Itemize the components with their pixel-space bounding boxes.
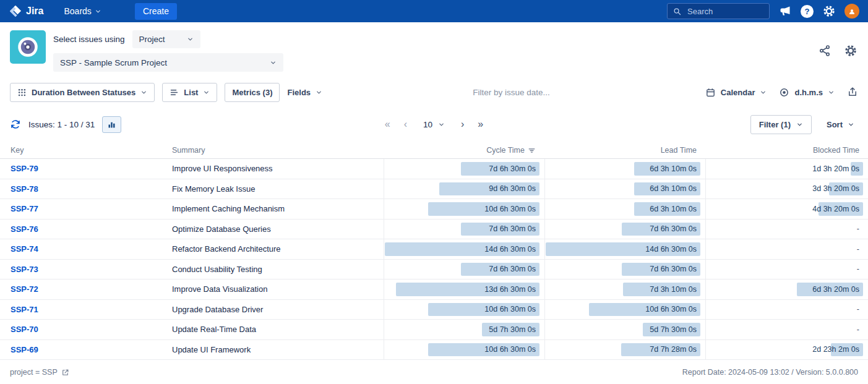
view-mode-dropdown[interactable]: List — [162, 83, 217, 102]
refresh-button[interactable] — [10, 119, 21, 130]
report-toolbar: Duration Between Statuses List Metrics (… — [0, 78, 868, 106]
issue-summary: Implement Caching Mechanism — [172, 199, 384, 219]
time-format-label: d.h.m.s — [794, 88, 823, 97]
search-icon — [672, 7, 682, 16]
column-filter-icon[interactable] — [528, 147, 536, 155]
metrics-button[interactable]: Metrics (3) — [225, 83, 280, 102]
duration-value: 10d 6h 30m 0s — [484, 345, 536, 354]
open-query-button[interactable] — [61, 369, 69, 377]
issue-key-link[interactable]: SSP-71 — [11, 305, 38, 314]
jira-logo-text: Jira — [26, 6, 43, 17]
issue-key-link[interactable]: SSP-74 — [11, 244, 38, 254]
duration-value: 1d 3h 20m 0s — [812, 164, 859, 173]
admin-settings-button[interactable] — [823, 5, 835, 17]
chevron-down-icon — [203, 89, 210, 96]
cycle-time-cell: 13d 6h 30m 0s — [384, 279, 544, 299]
cycle-time-cell: 7d 6h 30m 0s — [384, 260, 544, 279]
duration-value: 6d 3h 10m 0s — [650, 205, 697, 213]
share-button[interactable] — [819, 45, 831, 57]
chevron-down-icon — [270, 59, 277, 66]
app-logo — [10, 30, 46, 64]
duration-value: 6d 3h 10m 0s — [650, 184, 697, 193]
megaphone-icon — [779, 5, 791, 17]
create-button[interactable]: Create — [135, 3, 177, 20]
user-avatar[interactable] — [844, 4, 859, 19]
page-size-dropdown[interactable]: 10 — [419, 119, 449, 130]
issue-key-link[interactable]: SSP-77 — [11, 204, 38, 213]
jql-query-text: project = SSP — [10, 368, 58, 377]
export-icon — [847, 87, 858, 98]
issue-summary: Optimize Database Queries — [172, 220, 384, 239]
next-page-button[interactable]: › — [460, 119, 465, 130]
duration-value: 3d 3h 20m 0s — [812, 184, 859, 193]
table-row: SSP-72 Improve Data Visualization 13d 6h… — [0, 279, 868, 300]
help-button[interactable]: ? — [801, 5, 814, 18]
issue-key-link[interactable]: SSP-69 — [11, 345, 38, 354]
first-page-button[interactable]: « — [384, 119, 392, 130]
table-row: SSP-69 Update UI Framework 10d 6h 30m 0s… — [0, 340, 868, 361]
last-page-button[interactable]: » — [476, 119, 484, 130]
help-icon: ? — [801, 5, 814, 18]
view-mode-label: List — [184, 88, 198, 97]
cycle-time-cell: 7d 6h 30m 0s — [384, 220, 544, 239]
navbar-search[interactable] — [667, 3, 770, 19]
calendar-dropdown[interactable]: Calendar — [705, 87, 767, 98]
feedback-button[interactable] — [779, 5, 791, 17]
duration-value: 7d 6h 30m 0s — [489, 265, 536, 273]
target-icon — [779, 87, 789, 98]
blocked-time-cell: 4d 3h 20m 0s — [705, 199, 868, 219]
project-value: SSP - Sample Scrum Project — [60, 58, 167, 67]
lead-time-cell: 6d 3h 10m 0s — [544, 199, 705, 219]
duration-value: 10d 6h 30m 0s — [645, 305, 697, 314]
calendar-label: Calendar — [721, 88, 755, 97]
lead-time-cell: 7d 7h 28m 0s — [544, 340, 705, 360]
duration-value: 4d 3h 20m 0s — [812, 205, 859, 213]
column-header-blocked-time: Blocked Time — [705, 146, 868, 155]
chart-view-toggle[interactable] — [102, 116, 121, 133]
duration-value: - — [857, 325, 859, 334]
report-type-dropdown[interactable]: Duration Between Statuses — [10, 83, 155, 102]
nav-menu-item-label: Boards — [64, 6, 91, 16]
cycle-time-cell: 7d 6h 30m 0s — [384, 159, 544, 179]
page-size-value: 10 — [423, 120, 432, 129]
nav-menu-item[interactable]: Boards — [57, 0, 108, 22]
issue-summary: Improve UI Responsiveness — [172, 159, 384, 179]
sort-dropdown[interactable]: Sort — [823, 119, 858, 130]
export-button[interactable] — [847, 87, 858, 98]
chevron-down-icon — [796, 121, 803, 128]
fields-dropdown[interactable]: Fields — [287, 88, 322, 97]
filter-dropdown[interactable]: Filter (1) — [750, 115, 812, 134]
issue-key-link[interactable]: SSP-73 — [11, 265, 38, 274]
duration-value: 10d 6h 30m 0s — [484, 205, 536, 213]
prev-page-button[interactable]: ‹ — [403, 119, 408, 130]
issues-count: Issues: 1 - 10 / 31 — [28, 120, 95, 129]
issue-summary: Update UI Framework — [172, 340, 384, 360]
time-format-dropdown[interactable]: d.h.m.s — [779, 87, 835, 98]
issue-source-dropdown[interactable]: Project — [132, 30, 200, 48]
sort-label: Sort — [827, 120, 843, 129]
cycle-time-header-label: Cycle Time — [486, 146, 525, 155]
issue-key-link[interactable]: SSP-72 — [11, 284, 38, 294]
cycle-time-cell: 5d 7h 30m 0s — [384, 320, 544, 339]
project-dropdown[interactable]: SSP - Sample Scrum Project — [53, 53, 283, 72]
lead-time-header-label: Lead Time — [661, 146, 697, 155]
duration-value: 9d 6h 30m 0s — [489, 184, 536, 193]
duration-value: 14d 6h 30m 0s — [645, 245, 697, 254]
table-row: SSP-71 Upgrade Database Driver 10d 6h 30… — [0, 300, 868, 320]
blocked-time-cell: 6d 3h 20m 0s — [705, 279, 868, 299]
search-input[interactable] — [686, 6, 764, 17]
column-header-cycle-time: Cycle Time — [384, 146, 544, 155]
issue-key-link[interactable]: SSP-78 — [11, 184, 38, 194]
jira-logo[interactable]: Jira — [9, 4, 43, 18]
issue-key-link[interactable]: SSP-70 — [11, 325, 38, 334]
issue-date-filter-input[interactable] — [330, 87, 693, 98]
report-settings-button[interactable] — [844, 45, 857, 57]
issue-key-link[interactable]: SSP-79 — [11, 164, 38, 173]
external-link-icon — [61, 369, 69, 377]
fields-label: Fields — [287, 88, 311, 97]
issue-key-link[interactable]: SSP-76 — [11, 224, 38, 234]
duration-value: 7d 7h 28m 0s — [650, 345, 697, 354]
lead-time-cell: 7d 3h 10m 0s — [544, 279, 705, 299]
duration-value: - — [857, 265, 859, 273]
duration-value: 6d 3h 20m 0s — [812, 285, 859, 294]
